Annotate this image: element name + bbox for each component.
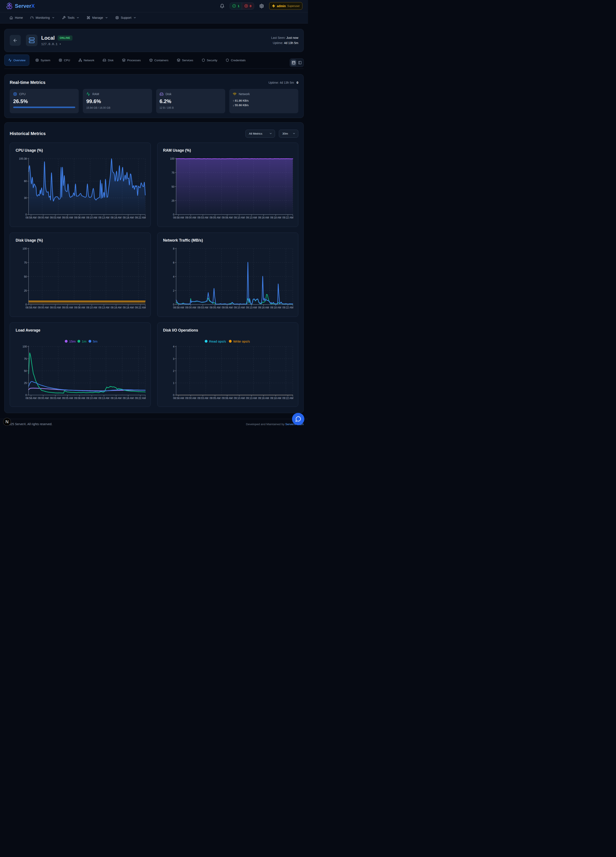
svg-text:08:58 AM: 08:58 AM bbox=[173, 306, 184, 309]
svg-text:09:08 AM: 09:08 AM bbox=[74, 306, 85, 309]
svg-text:09:00 AM: 09:00 AM bbox=[38, 216, 49, 219]
svg-text:08:58 AM: 08:58 AM bbox=[26, 216, 37, 219]
svg-text:09:10 AM: 09:10 AM bbox=[86, 216, 97, 219]
svg-text:09:16 AM: 09:16 AM bbox=[111, 306, 122, 309]
svg-text:09:10 AM: 09:10 AM bbox=[86, 397, 97, 400]
svg-text:09:00 AM: 09:00 AM bbox=[38, 306, 49, 309]
svg-text:0: 0 bbox=[25, 213, 27, 216]
svg-text:100: 100 bbox=[22, 345, 27, 348]
svg-text:09:18 AM: 09:18 AM bbox=[270, 306, 281, 309]
svg-text:09:16 AM: 09:16 AM bbox=[258, 216, 269, 219]
svg-text:100: 100 bbox=[170, 157, 174, 160]
svg-text:09:16 AM: 09:16 AM bbox=[111, 397, 122, 400]
svg-text:60: 60 bbox=[24, 180, 27, 183]
svg-text:30: 30 bbox=[24, 196, 27, 199]
svg-text:08:58 AM: 08:58 AM bbox=[26, 397, 37, 400]
svg-text:09:03 AM: 09:03 AM bbox=[50, 306, 61, 309]
svg-text:2: 2 bbox=[173, 369, 174, 372]
svg-text:09:18 AM: 09:18 AM bbox=[123, 216, 134, 219]
svg-text:09:13 AM: 09:13 AM bbox=[246, 216, 257, 219]
svg-text:15m: 15m bbox=[69, 339, 76, 343]
svg-text:09:22 AM: 09:22 AM bbox=[135, 397, 146, 400]
svg-text:0: 0 bbox=[25, 303, 27, 306]
svg-text:25: 25 bbox=[24, 289, 27, 292]
svg-text:09:05 AM: 09:05 AM bbox=[209, 216, 220, 219]
svg-text:09:00 AM: 09:00 AM bbox=[38, 397, 49, 400]
svg-text:4: 4 bbox=[173, 345, 174, 348]
svg-text:09:03 AM: 09:03 AM bbox=[50, 216, 61, 219]
svg-text:09:05 AM: 09:05 AM bbox=[62, 306, 73, 309]
svg-text:09:18 AM: 09:18 AM bbox=[270, 397, 281, 400]
svg-text:09:22 AM: 09:22 AM bbox=[135, 306, 146, 309]
svg-text:09:08 AM: 09:08 AM bbox=[221, 306, 232, 309]
svg-text:09:22 AM: 09:22 AM bbox=[135, 216, 146, 219]
svg-text:09:08 AM: 09:08 AM bbox=[74, 397, 85, 400]
svg-text:09:03 AM: 09:03 AM bbox=[197, 216, 208, 219]
svg-text:09:10 AM: 09:10 AM bbox=[234, 216, 245, 219]
svg-text:50: 50 bbox=[24, 275, 27, 278]
svg-text:Write ops/s: Write ops/s bbox=[233, 339, 250, 343]
svg-text:09:05 AM: 09:05 AM bbox=[209, 397, 220, 400]
svg-text:1m: 1m bbox=[82, 339, 87, 343]
svg-text:09:08 AM: 09:08 AM bbox=[74, 216, 85, 219]
svg-text:09:13 AM: 09:13 AM bbox=[246, 306, 257, 309]
svg-text:0: 0 bbox=[25, 394, 27, 397]
svg-text:09:13 AM: 09:13 AM bbox=[98, 306, 109, 309]
svg-text:08:58 AM: 08:58 AM bbox=[173, 216, 184, 219]
svg-text:09:10 AM: 09:10 AM bbox=[86, 306, 97, 309]
svg-text:09:03 AM: 09:03 AM bbox=[50, 397, 61, 400]
svg-text:09:05 AM: 09:05 AM bbox=[62, 397, 73, 400]
svg-text:09:08 AM: 09:08 AM bbox=[221, 397, 232, 400]
svg-text:5m: 5m bbox=[93, 339, 98, 343]
svg-text:09:22 AM: 09:22 AM bbox=[282, 397, 293, 400]
svg-text:3: 3 bbox=[173, 357, 174, 360]
svg-text:09:22 AM: 09:22 AM bbox=[282, 306, 293, 309]
svg-text:0: 0 bbox=[173, 213, 174, 216]
svg-text:09:18 AM: 09:18 AM bbox=[123, 397, 134, 400]
svg-text:09:10 AM: 09:10 AM bbox=[234, 397, 245, 400]
svg-text:09:18 AM: 09:18 AM bbox=[270, 216, 281, 219]
svg-text:08:58 AM: 08:58 AM bbox=[26, 306, 37, 309]
svg-text:09:10 AM: 09:10 AM bbox=[234, 306, 245, 309]
svg-text:75: 75 bbox=[172, 171, 175, 174]
svg-text:0: 0 bbox=[173, 303, 174, 306]
svg-text:50: 50 bbox=[24, 369, 27, 372]
svg-text:25: 25 bbox=[172, 199, 175, 202]
svg-text:100.38: 100.38 bbox=[19, 157, 27, 160]
svg-text:09:13 AM: 09:13 AM bbox=[246, 397, 257, 400]
svg-text:09:16 AM: 09:16 AM bbox=[258, 306, 269, 309]
svg-text:8: 8 bbox=[173, 247, 174, 250]
svg-text:100: 100 bbox=[22, 247, 27, 250]
svg-text:09:13 AM: 09:13 AM bbox=[98, 397, 109, 400]
svg-text:75: 75 bbox=[24, 261, 27, 264]
svg-text:09:08 AM: 09:08 AM bbox=[221, 216, 232, 219]
svg-text:1: 1 bbox=[173, 382, 174, 385]
svg-text:09:00 AM: 09:00 AM bbox=[185, 216, 196, 219]
svg-text:4: 4 bbox=[173, 275, 174, 278]
svg-text:Read ops/s: Read ops/s bbox=[209, 339, 226, 343]
svg-text:09:16 AM: 09:16 AM bbox=[111, 216, 122, 219]
svg-text:6: 6 bbox=[173, 261, 174, 264]
svg-text:75: 75 bbox=[24, 357, 27, 360]
svg-text:09:16 AM: 09:16 AM bbox=[258, 397, 269, 400]
svg-text:09:13 AM: 09:13 AM bbox=[98, 216, 109, 219]
svg-text:50: 50 bbox=[172, 185, 175, 188]
svg-text:09:00 AM: 09:00 AM bbox=[185, 397, 196, 400]
svg-text:09:22 AM: 09:22 AM bbox=[282, 216, 293, 219]
svg-text:09:00 AM: 09:00 AM bbox=[185, 306, 196, 309]
svg-text:09:03 AM: 09:03 AM bbox=[197, 306, 208, 309]
svg-text:08:58 AM: 08:58 AM bbox=[173, 397, 184, 400]
svg-text:2: 2 bbox=[173, 289, 174, 292]
svg-text:09:05 AM: 09:05 AM bbox=[209, 306, 220, 309]
svg-text:09:05 AM: 09:05 AM bbox=[62, 216, 73, 219]
svg-text:09:03 AM: 09:03 AM bbox=[197, 397, 208, 400]
svg-text:0: 0 bbox=[173, 394, 174, 397]
svg-text:09:18 AM: 09:18 AM bbox=[123, 306, 134, 309]
svg-text:25: 25 bbox=[24, 382, 27, 385]
